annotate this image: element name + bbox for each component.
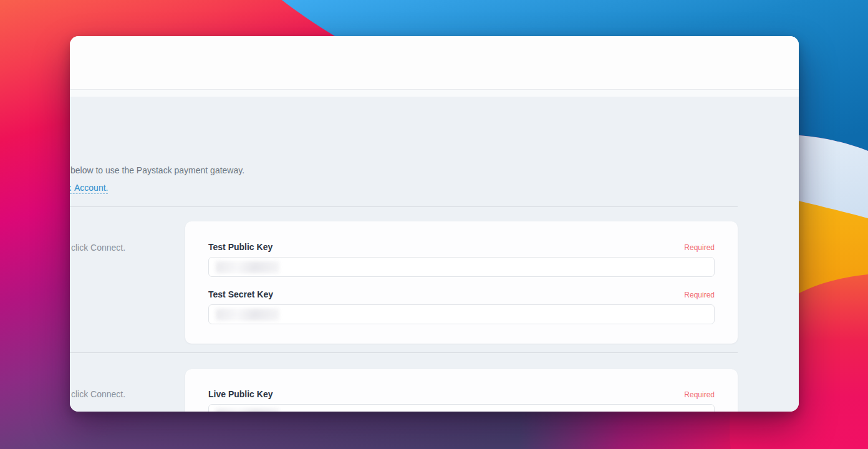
live-public-key-input[interactable] <box>208 404 715 412</box>
live-public-key-label: Live Public Key <box>208 389 272 399</box>
paystack-account-link[interactable]: kAccount. <box>70 183 108 194</box>
test-public-key-input[interactable] <box>208 257 715 277</box>
live-keys-section: click Connect. Live Public Key Required <box>70 369 799 412</box>
test-keys-section: click Connect. Test Public Key Required <box>70 221 799 344</box>
window-toolbar-strip <box>70 89 799 97</box>
live-public-key-field: Live Public Key Required <box>208 389 715 412</box>
field-label-row: Test Public Key Required <box>208 242 715 252</box>
desktop: below to use the Paystack payment gatewa… <box>0 0 868 449</box>
field-label-row: Live Public Key Required <box>208 389 715 399</box>
required-badge: Required <box>684 390 715 399</box>
test-public-key-label: Test Public Key <box>208 242 272 252</box>
required-badge: Required <box>684 291 715 299</box>
section-divider <box>70 206 738 207</box>
intro-section: below to use the Paystack payment gatewa… <box>70 165 799 193</box>
app-window: below to use the Paystack payment gatewa… <box>70 36 799 412</box>
test-secret-key-input[interactable] <box>208 304 715 324</box>
test-secret-key-field: Test Secret Key Required <box>208 289 715 324</box>
link-label: Account. <box>74 183 108 193</box>
test-secret-key-label: Test Secret Key <box>208 289 273 299</box>
window-header <box>70 36 799 89</box>
test-public-key-field: Test Public Key Required <box>208 242 715 277</box>
redacted-value <box>216 408 279 412</box>
account-link-row: kAccount. <box>70 182 799 193</box>
field-label-row: Test Secret Key Required <box>208 289 715 299</box>
live-keys-card: Live Public Key Required <box>185 369 738 412</box>
redacted-value <box>216 309 279 321</box>
live-keys-instruction: click Connect. <box>70 369 185 412</box>
gateway-description: below to use the Paystack payment gatewa… <box>70 165 799 176</box>
link-clipped-fragment: k <box>70 183 71 193</box>
paystack-settings-page: below to use the Paystack payment gatewa… <box>70 97 799 412</box>
required-badge: Required <box>684 243 715 252</box>
redacted-value <box>216 261 279 273</box>
test-keys-instruction: click Connect. <box>70 221 185 344</box>
section-divider <box>70 352 738 353</box>
test-keys-card: Test Public Key Required Test Secret Key… <box>185 221 738 344</box>
